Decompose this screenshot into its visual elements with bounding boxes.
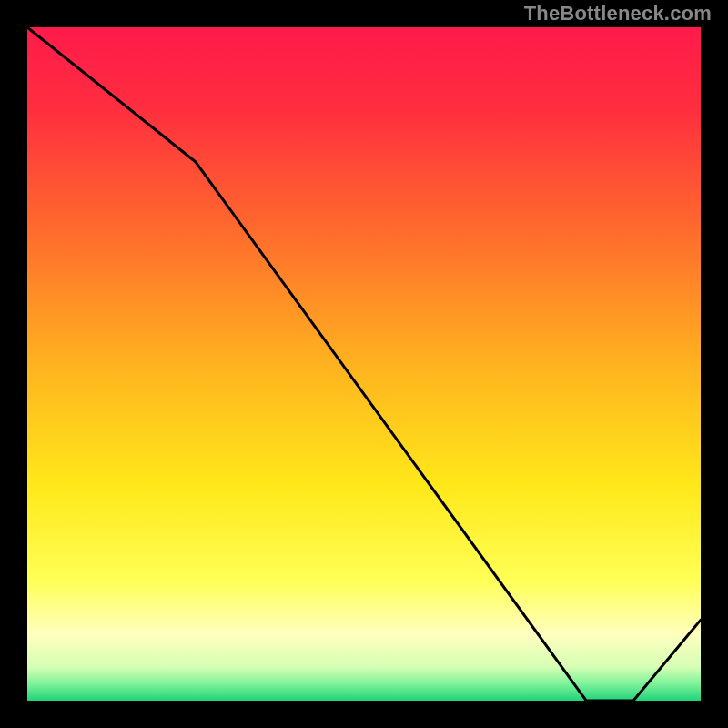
gradient-background: [27, 27, 701, 701]
chart-frame: TheBottleneck.com: [0, 0, 728, 728]
watermark-text: TheBottleneck.com: [524, 2, 712, 25]
bottleneck-chart: [27, 27, 701, 701]
